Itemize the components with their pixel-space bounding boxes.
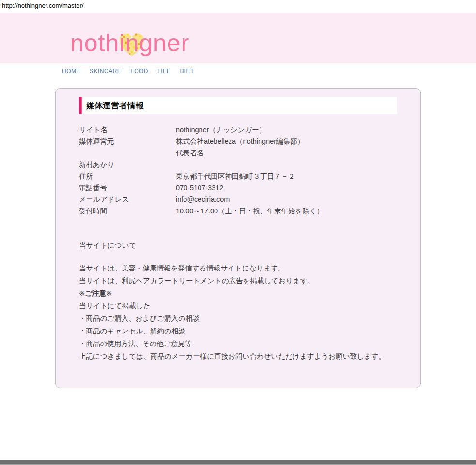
info-row-value: 株式会社atebelleza（nothingner編集部） (176, 135, 397, 147)
nav-link[interactable]: LIFE (157, 68, 170, 75)
info-row: 住所 東京都千代田区神田錦町３丁目７－２ (79, 170, 397, 182)
info-row: サイト名 nothingner（ナッシンガー） (79, 124, 397, 135)
info-row: 代表者名 (79, 147, 397, 159)
card-heading: 媒体運営者情報 (79, 97, 397, 114)
operator-info-table: サイト名 nothingner（ナッシンガー） 媒体運営元 株式会社atebel… (79, 124, 397, 217)
info-row-label: サイト名 (79, 124, 176, 135)
nav-link[interactable]: FOOD (130, 68, 148, 75)
nav-link[interactable]: HOME (62, 68, 80, 75)
info-row-value: 東京都千代田区神田錦町３丁目７－２ (176, 170, 397, 182)
notice-emphasis: ご注意 (85, 289, 106, 297)
main-nav: HOME SKINCARE FOOD LIFE DIET (62, 68, 194, 75)
info-row-value (176, 159, 397, 170)
body-line: 当サイトは、利尻ヘアカラートリートメントの広告を掲載しております。 (79, 274, 397, 287)
heading-accent-bar (79, 97, 82, 114)
notice-line: ※ご注意※ (79, 287, 397, 300)
info-row-label: 住所 (79, 170, 176, 182)
info-row: 新村あかり (79, 159, 397, 170)
info-row-value: 代表者名 (176, 147, 397, 159)
about-site-title: 当サイトについて (79, 240, 397, 251)
site-logo[interactable]: nothingner (70, 28, 225, 61)
page: http://nothingner.com/master/ nothingner (0, 0, 476, 465)
about-site-body: 当サイトは、美容・健康情報を発信する情報サイトになります。当サイトは、利尻ヘアカ… (79, 262, 397, 362)
info-row-value: info@ceciria.com (176, 194, 397, 205)
info-row-label: メールアドレス (79, 194, 176, 205)
body-line: ・商品のご購入、およびご購入の相談 (79, 312, 397, 325)
scrollbar-thumb[interactable] (0, 460, 476, 464)
info-row: 電話番号 070-5107-3312 (79, 182, 397, 194)
horizontal-scrollbar[interactable] (0, 460, 476, 465)
body-line: 上記につきましては、商品のメーカー様に直接お問い合わせいただけますようお願い致し… (79, 350, 397, 362)
info-row-label: 新村あかり (79, 159, 176, 170)
body-line: 当サイトにて掲載した (79, 300, 397, 312)
info-row-label: 電話番号 (79, 182, 176, 194)
info-row-label (79, 147, 176, 159)
info-row-label: 媒体運営元 (79, 135, 176, 147)
site-header: nothingner HOME SKINCARE FOOD LIFE DIET (0, 13, 476, 63)
nav-link[interactable]: DIET (180, 68, 194, 75)
info-row: メールアドレス info@ceciria.com (79, 194, 397, 205)
body-line: ・商品の使用方法、その他ご意見等 (79, 337, 397, 350)
logo-text[interactable]: nothingner (70, 28, 225, 59)
info-row-value: 10:00～17:00（土・日・祝、年末年始を除く） (176, 205, 397, 217)
page-title: 媒体運営者情報 (86, 100, 144, 111)
operator-info-card: 媒体運営者情報 サイト名 nothingner（ナッシンガー） 媒体運営元 株式… (55, 88, 421, 388)
body-line: ・商品のキャンセル、解約の相談 (79, 325, 397, 337)
body-line: 当サイトは、美容・健康情報を発信する情報サイトになります。 (79, 262, 397, 274)
info-row-value: 070-5107-3312 (176, 182, 397, 194)
info-row-label: 受付時間 (79, 205, 176, 217)
info-row-value: nothingner（ナッシンガー） (176, 124, 397, 135)
info-row: 媒体運営元 株式会社atebelleza（nothingner編集部） (79, 135, 397, 147)
page-url-text: http://nothingner.com/master/ (0, 0, 476, 13)
info-row: 受付時間 10:00～17:00（土・日・祝、年末年始を除く） (79, 205, 397, 217)
nav-link[interactable]: SKINCARE (90, 68, 121, 75)
